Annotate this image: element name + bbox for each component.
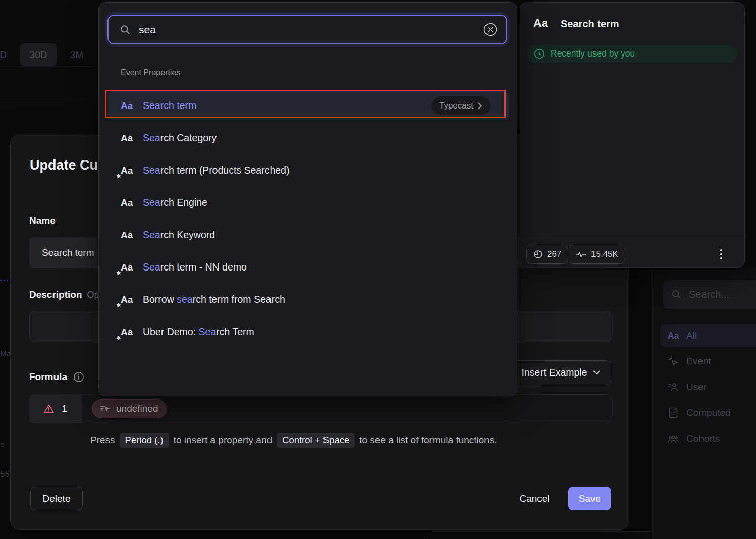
type-text-icon: Aa bbox=[121, 100, 137, 112]
type-text-icon: Aa bbox=[121, 133, 137, 144]
divider bbox=[0, 99, 98, 100]
custom-property-marker-icon: ✱ bbox=[116, 270, 121, 277]
chart-axis-label-value: 55 bbox=[0, 469, 10, 479]
search-icon bbox=[671, 289, 682, 300]
search-result-7[interactable]: Aa✱ Borrow search term from Search bbox=[107, 285, 509, 314]
custom-property-marker-icon: ✱ bbox=[116, 173, 121, 180]
sidebar-item-user[interactable]: User bbox=[660, 375, 756, 399]
kbd-control-space: Control + Space bbox=[277, 433, 355, 448]
chart-axis-label-partial: e bbox=[0, 440, 4, 449]
event-cursor-icon bbox=[667, 356, 679, 367]
type-text-icon: Aa bbox=[121, 197, 137, 208]
search-result-2[interactable]: Aa Search Category bbox=[107, 124, 509, 152]
modal-search-input[interactable] bbox=[139, 24, 483, 36]
timerange-button-3m[interactable]: 3M bbox=[59, 43, 95, 66]
property-title: Search term bbox=[561, 18, 619, 30]
formula-error-count: 1 bbox=[29, 394, 81, 423]
kbd-period: Period (.) bbox=[120, 433, 169, 448]
info-icon[interactable] bbox=[73, 371, 84, 383]
search-result-1[interactable]: Aa Search term Typecast bbox=[107, 91, 509, 120]
clear-search-icon[interactable] bbox=[483, 22, 498, 37]
user-icon bbox=[667, 382, 679, 392]
sidebar-item-event[interactable]: Event bbox=[660, 350, 756, 373]
calculator-icon bbox=[667, 407, 679, 418]
formula-token: undefined bbox=[116, 403, 158, 414]
sidebar-item-all[interactable]: Aa All bbox=[660, 324, 756, 347]
type-text-icon: Aa✱ bbox=[121, 327, 137, 338]
result-label: Search Keyword bbox=[143, 229, 215, 241]
result-label: Borrow search term from Search bbox=[143, 294, 285, 305]
chevron-down-icon bbox=[593, 370, 600, 375]
sidebar-search-input[interactable] bbox=[689, 289, 749, 300]
more-options-kebab-icon[interactable] bbox=[716, 247, 726, 262]
search-result-5[interactable]: Aa Search Keyword bbox=[107, 221, 509, 249]
result-label: Search Engine bbox=[143, 197, 207, 208]
type-text-icon: Aa✱ bbox=[121, 262, 137, 273]
divider bbox=[0, 66, 98, 67]
cancel-button[interactable]: Cancel bbox=[509, 487, 560, 510]
property-type-sidebar: Aa All Event User Computed Cohorts bbox=[651, 268, 756, 539]
timerange-button-7d[interactable]: D bbox=[0, 43, 10, 66]
formula-token-pill[interactable]: undefined bbox=[92, 399, 167, 418]
delete-button[interactable]: Delete bbox=[30, 487, 83, 510]
save-button[interactable]: Save bbox=[568, 487, 611, 510]
property-detail-panel: Aa Search term Recently used by you 267 … bbox=[520, 2, 745, 268]
result-label: Uber Demo: Search Term bbox=[143, 326, 254, 338]
clock-icon bbox=[534, 48, 545, 59]
custom-property-marker-icon: ✱ bbox=[116, 335, 121, 341]
recently-used-badge: Recently used by you bbox=[527, 45, 737, 63]
insert-example-button[interactable]: Insert Example bbox=[510, 360, 611, 385]
pie-chart-icon bbox=[533, 250, 543, 259]
activity-pulse-icon bbox=[576, 251, 586, 258]
result-label: Search term - NN demo bbox=[143, 261, 247, 273]
property-search-modal: Event Properties Aa Search term Typecast… bbox=[98, 2, 517, 396]
custom-property-icon bbox=[100, 405, 111, 413]
search-result-8[interactable]: Aa✱ Uber Demo: Search Term bbox=[107, 317, 509, 346]
search-results-list: Aa Search term Typecast Aa Search Catego… bbox=[107, 91, 509, 350]
custom-property-marker-icon: ✱ bbox=[116, 302, 121, 309]
chart-dotted-line bbox=[0, 280, 11, 281]
search-icon bbox=[120, 24, 131, 35]
sidebar-items: Aa All Event User Computed Cohorts bbox=[660, 324, 756, 450]
divider bbox=[520, 238, 744, 238]
chevron-right-icon bbox=[478, 102, 482, 110]
sidebar-search-box[interactable] bbox=[663, 280, 756, 309]
search-result-6[interactable]: Aa✱ Search term - NN demo bbox=[107, 253, 509, 282]
cohorts-group-icon bbox=[667, 435, 679, 443]
type-text-icon: Aa bbox=[533, 17, 548, 30]
type-text-icon: Aa bbox=[667, 331, 679, 341]
type-text-icon: Aa✱ bbox=[121, 165, 137, 176]
timerange-button-30d[interactable]: 30D bbox=[20, 43, 57, 66]
modal-search-box[interactable] bbox=[107, 15, 507, 44]
sidebar-item-computed[interactable]: Computed bbox=[660, 401, 756, 424]
formula-hint: Press Period (.) to insert a property an… bbox=[90, 433, 497, 448]
search-result-4[interactable]: Aa Search Engine bbox=[107, 188, 509, 217]
type-text-icon: Aa bbox=[121, 230, 137, 241]
type-text-icon: Aa✱ bbox=[121, 294, 137, 305]
sidebar-item-cohorts[interactable]: Cohorts bbox=[660, 427, 756, 450]
volume-stat[interactable]: 15.45K bbox=[569, 245, 625, 264]
result-label: Search Category bbox=[143, 132, 217, 144]
name-label: Name bbox=[29, 215, 56, 226]
result-label: Search term bbox=[143, 100, 196, 112]
warning-icon bbox=[43, 404, 55, 414]
formula-label: Formula bbox=[29, 371, 67, 383]
error-count: 1 bbox=[62, 403, 67, 414]
distinct-values-stat[interactable]: 267 bbox=[526, 245, 568, 264]
result-label: Search term (Products Searched) bbox=[143, 165, 289, 176]
section-header: Event Properties bbox=[121, 68, 180, 77]
formula-editor[interactable]: undefined bbox=[81, 394, 611, 423]
search-result-3[interactable]: Aa✱ Search term (Products Searched) bbox=[107, 156, 509, 185]
typecast-badge[interactable]: Typecast bbox=[431, 96, 490, 115]
